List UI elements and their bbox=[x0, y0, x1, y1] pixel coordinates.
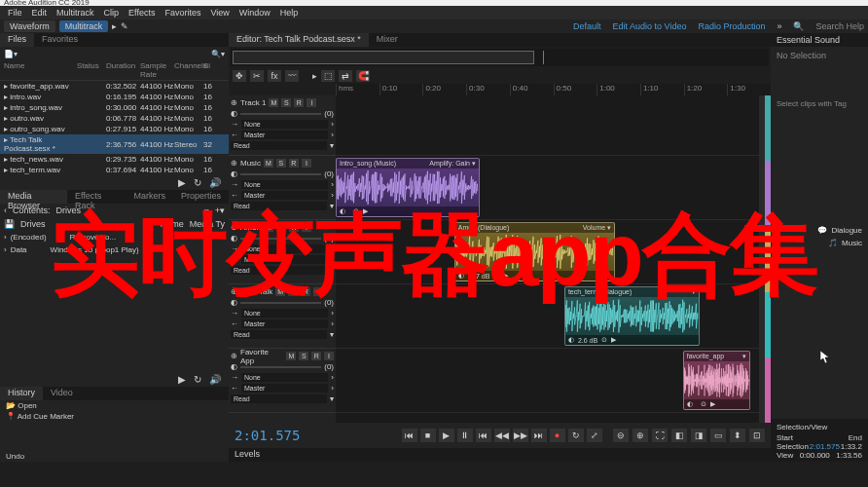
audio-clip[interactable]: Amen (Dialogue)Volume ▾◐-1.7 dB⊙▶ bbox=[454, 222, 615, 281]
menu-clip[interactable]: Clip bbox=[104, 8, 120, 18]
mute-button[interactable]: M bbox=[286, 352, 296, 360]
file-row[interactable]: ▸ tech_term.wav0:37.69444100 HzMono16 bbox=[0, 165, 229, 175]
transport-button-10[interactable]: ⤢ bbox=[587, 429, 602, 442]
ws-link-radio[interactable]: Radio Production bbox=[698, 21, 765, 31]
overview-selection[interactable] bbox=[233, 51, 534, 64]
transport-button-0[interactable]: ⏮ bbox=[402, 429, 417, 442]
transport-button-5[interactable]: ◀◀ bbox=[494, 429, 510, 442]
ws-link-video[interactable]: Edit Audio to Video bbox=[613, 21, 687, 31]
mute-button[interactable]: M bbox=[269, 98, 278, 107]
transport-button-8[interactable]: ● bbox=[550, 429, 565, 442]
volume-icon[interactable]: 🔊 bbox=[209, 177, 221, 188]
mb-add-icon[interactable]: +▾ bbox=[215, 206, 225, 215]
tab-properties[interactable]: Properties bbox=[173, 190, 229, 204]
file-row[interactable]: ▸ intro_song.wav0:30.00044100 HzMono16 bbox=[0, 102, 229, 113]
audio-clip[interactable]: favorite_app ▾◐⊙▶ bbox=[683, 351, 751, 410]
file-row[interactable]: ▸ favorite_app.wav0:32.50244100 HzMono16 bbox=[0, 81, 229, 92]
music-icon[interactable]: 🎵 bbox=[828, 239, 838, 247]
ws-link-default[interactable]: Default bbox=[573, 21, 601, 31]
drives-icon[interactable]: 💾 bbox=[4, 219, 15, 229]
history-item[interactable]: 📍 Add Cue Marker bbox=[0, 411, 229, 422]
timecode-display[interactable]: 2:01.575 bbox=[235, 428, 390, 443]
play-icon[interactable]: ▶ bbox=[178, 374, 186, 385]
tab-media-browser[interactable]: Media Browser bbox=[0, 190, 67, 204]
input-button[interactable]: I bbox=[302, 223, 311, 232]
record-button[interactable]: R bbox=[289, 159, 299, 168]
zoom-reset-icon[interactable]: ⊡ bbox=[749, 429, 765, 442]
tool-icon[interactable]: ▸ bbox=[112, 21, 117, 31]
record-button[interactable]: R bbox=[294, 98, 304, 107]
zoom-fit-icon[interactable]: ⛶ bbox=[652, 429, 668, 442]
time-ruler[interactable]: hms0:100:200:300:400:501:001:101:201:30 bbox=[336, 84, 771, 95]
transport-button-1[interactable]: ■ bbox=[420, 429, 436, 442]
mb-refresh-icon[interactable]: ¬ bbox=[203, 206, 208, 215]
menu-effects[interactable]: Effects bbox=[128, 8, 155, 18]
tool-move-icon[interactable]: ✥ bbox=[233, 70, 246, 82]
file-row[interactable]: ▸ outro.wav0:06.77844100 HzMono16 bbox=[0, 113, 229, 124]
solo-button[interactable]: S bbox=[276, 159, 286, 168]
zoom-v-icon[interactable]: ⬍ bbox=[730, 429, 745, 442]
mute-button[interactable]: M bbox=[275, 287, 285, 296]
track-header[interactable]: ⊕Tech TalkMSRI ◐(0) →None› ←Master› Read… bbox=[229, 284, 336, 349]
files-filter-icon[interactable]: 🔍▾ bbox=[211, 50, 225, 58]
file-row[interactable]: ▸ outro_song.wav0:27.91544100 HzMono16 bbox=[0, 124, 229, 134]
editor-tab-session[interactable]: Editor: Tech Talk Podcast.sesx * bbox=[229, 33, 369, 47]
transport-button-9[interactable]: ↻ bbox=[568, 429, 584, 442]
record-button[interactable]: R bbox=[289, 223, 299, 232]
zoom-icon[interactable]: ▭ bbox=[710, 429, 726, 442]
tab-markers[interactable]: Markers bbox=[126, 190, 173, 204]
menu-window[interactable]: Window bbox=[239, 8, 271, 18]
input-button[interactable]: I bbox=[302, 159, 311, 168]
record-button[interactable]: R bbox=[301, 287, 310, 296]
transport-button-4[interactable]: ⏮ bbox=[476, 429, 491, 442]
mute-button[interactable]: M bbox=[264, 223, 273, 232]
tool-razor-icon[interactable]: ✂ bbox=[250, 70, 264, 82]
editor-tab-mixer[interactable]: Mixer bbox=[369, 33, 406, 47]
mb-back-icon[interactable]: ‹ bbox=[4, 206, 7, 215]
record-button[interactable]: R bbox=[311, 352, 321, 360]
track-header[interactable]: ⊕Favorite AppMSRI ◐(0) →None› ←Master› R… bbox=[229, 349, 336, 413]
transport-button-7[interactable]: ⏭ bbox=[531, 429, 547, 442]
search-help[interactable]: Search Help bbox=[815, 21, 864, 31]
solo-button[interactable]: S bbox=[299, 352, 308, 360]
zoom-out-icon[interactable]: ⊖ bbox=[613, 429, 629, 442]
mute-button[interactable]: M bbox=[264, 159, 273, 168]
dialogue-icon[interactable]: 💬 bbox=[817, 226, 827, 235]
audio-clip[interactable]: tech_term (Dialogue) ▾◐2.6 dB⊙▶ bbox=[564, 286, 700, 346]
file-row[interactable]: ▸ tech_news.wav0:29.73544100 HzMono16 bbox=[0, 154, 229, 165]
drive-item[interactable]: › Data Windows 10 (Loop1 Play) bbox=[0, 244, 229, 256]
history-item[interactable]: 📂 Open bbox=[0, 400, 229, 411]
tool-env-icon[interactable]: 〰 bbox=[285, 70, 299, 82]
track-lane[interactable] bbox=[336, 95, 759, 156]
menu-edit[interactable]: Edit bbox=[32, 8, 48, 18]
input-button[interactable]: I bbox=[307, 98, 316, 107]
tab-effects-rack[interactable]: Effects Rack bbox=[67, 190, 126, 204]
tool-fx-icon[interactable]: fx bbox=[268, 70, 281, 82]
transport-button-3[interactable]: ⏸ bbox=[457, 429, 473, 442]
input-button[interactable]: I bbox=[324, 352, 334, 360]
loop-icon[interactable]: ↻ bbox=[194, 177, 201, 188]
volume-icon[interactable]: 🔊 bbox=[209, 374, 221, 385]
tab-history[interactable]: History bbox=[0, 387, 43, 400]
zoom-in-icon[interactable]: ⊕ bbox=[633, 429, 648, 442]
overview-strip[interactable] bbox=[231, 49, 769, 66]
input-button[interactable]: I bbox=[313, 287, 323, 296]
zoom-sel-icon[interactable]: ◧ bbox=[671, 429, 687, 442]
file-row[interactable]: ▸ intro.wav0:16.19544100 HzMono16 bbox=[0, 92, 229, 102]
files-new-icon[interactable]: 📄▾ bbox=[4, 50, 18, 58]
solo-button[interactable]: S bbox=[276, 223, 286, 232]
magnet-icon[interactable]: 🧲 bbox=[356, 70, 370, 82]
audio-clip[interactable]: Intro_song (Music)Amplify: Gain ▾◐⊙▶ bbox=[336, 158, 480, 217]
tab-files[interactable]: Files bbox=[0, 33, 34, 47]
snap-icon[interactable]: ⬚ bbox=[321, 70, 335, 82]
menu-help[interactable]: Help bbox=[280, 8, 299, 18]
zoom-icon[interactable]: ◨ bbox=[691, 429, 706, 442]
tool-icon[interactable]: ✎ bbox=[121, 21, 128, 31]
file-row[interactable]: ▸ Tech Talk Podcast.sesx *2:36.75644100 … bbox=[0, 134, 229, 154]
tab-multitrack[interactable]: Multitrack bbox=[59, 20, 109, 32]
track-header[interactable]: ⊕Track 1MSRI ◐(0) →None› ←Master› Read▾ bbox=[229, 95, 336, 156]
transport-button-6[interactable]: ▶▶ bbox=[513, 429, 528, 442]
track-lane[interactable]: Amen (Dialogue)Volume ▾◐-1.7 dB⊙▶ bbox=[336, 220, 759, 284]
transport-button-2[interactable]: ▶ bbox=[439, 429, 454, 442]
menu-multitrack[interactable]: Multitrack bbox=[56, 8, 94, 18]
